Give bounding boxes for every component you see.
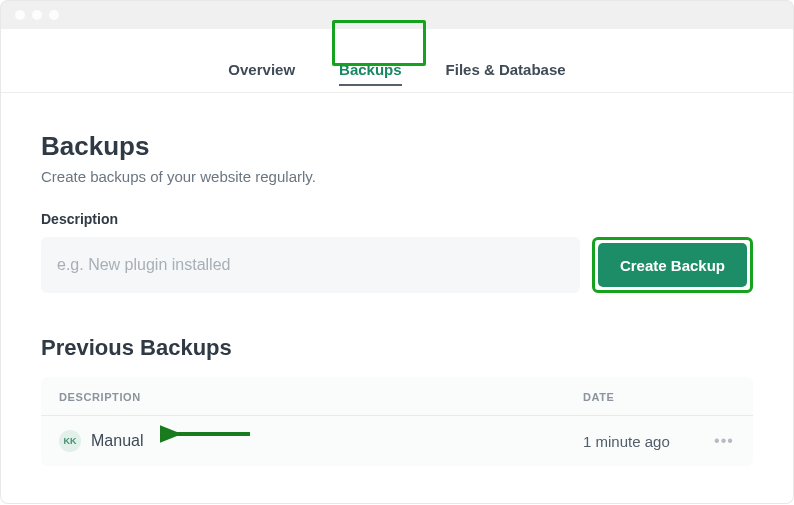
window-minimize-dot[interactable] xyxy=(32,10,42,20)
col-header-actions xyxy=(713,391,735,403)
window-close-dot[interactable] xyxy=(15,10,25,20)
previous-backups-table: DESCRIPTION DATE KK Manual 1 minute ago … xyxy=(41,377,753,466)
tab-bar: Overview Backups Files & Database xyxy=(1,29,793,93)
row-description-cell: KK Manual xyxy=(59,430,583,452)
tab-backups[interactable]: Backups xyxy=(317,53,424,92)
avatar: KK xyxy=(59,430,81,452)
app-window: Overview Backups Files & Database Backup… xyxy=(0,29,794,504)
create-backup-row: Create Backup xyxy=(41,237,753,293)
row-date: 1 minute ago xyxy=(583,433,713,450)
col-header-description: DESCRIPTION xyxy=(59,391,583,403)
description-input[interactable] xyxy=(41,237,580,293)
more-actions-icon[interactable]: ••• xyxy=(713,432,735,450)
create-backup-highlight: Create Backup xyxy=(592,237,753,293)
previous-backups-title: Previous Backups xyxy=(41,335,753,361)
page-title: Backups xyxy=(41,131,753,162)
tab-overview[interactable]: Overview xyxy=(206,53,317,92)
table-row[interactable]: KK Manual 1 minute ago ••• xyxy=(41,416,753,466)
main-content: Backups Create backups of your website r… xyxy=(1,93,793,482)
tab-files-database[interactable]: Files & Database xyxy=(424,53,588,92)
table-header: DESCRIPTION DATE xyxy=(41,377,753,416)
window-maximize-dot[interactable] xyxy=(49,10,59,20)
browser-titlebar xyxy=(0,0,794,29)
col-header-date: DATE xyxy=(583,391,713,403)
create-backup-button[interactable]: Create Backup xyxy=(598,243,747,287)
page-subtitle: Create backups of your website regularly… xyxy=(41,168,753,185)
row-description: Manual xyxy=(91,432,143,450)
description-label: Description xyxy=(41,211,753,227)
